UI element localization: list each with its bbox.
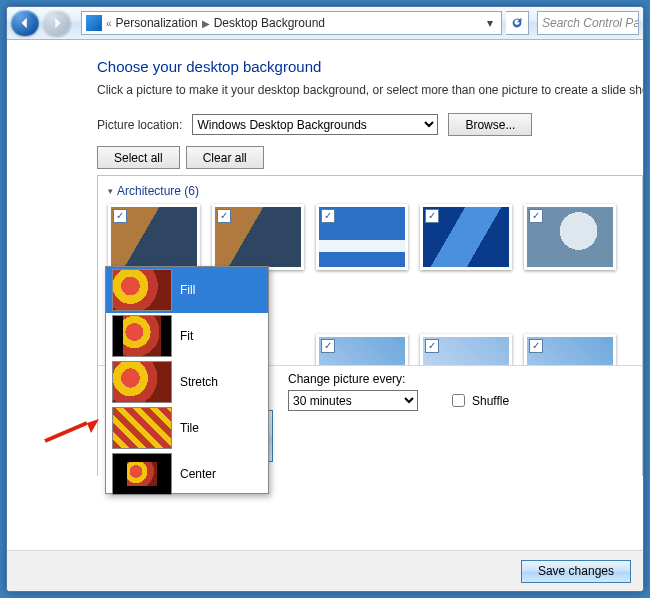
chevron-right-icon: ▶	[202, 18, 210, 29]
checkbox-checked-icon[interactable]: ✓	[113, 209, 127, 223]
address-dropdown-icon[interactable]: ▾	[483, 14, 497, 32]
checkbox-checked-icon[interactable]: ✓	[529, 209, 543, 223]
wallpaper-thumbnail[interactable]: ✓	[524, 204, 616, 270]
stretch-preview-icon	[112, 361, 172, 403]
option-label: Stretch	[180, 375, 218, 389]
clear-all-button[interactable]: Clear all	[186, 146, 264, 169]
position-option-fit[interactable]: Fit	[106, 313, 268, 359]
search-input[interactable]: Search Control Pa	[537, 11, 639, 35]
checkbox-checked-icon[interactable]: ✓	[425, 209, 439, 223]
arrow-right-icon	[50, 16, 64, 30]
group-header[interactable]: ▾ Architecture (6)	[108, 184, 632, 198]
forward-button	[43, 10, 71, 36]
chevron-left-icon: «	[106, 18, 112, 29]
refresh-button[interactable]	[506, 11, 529, 35]
back-button[interactable]	[11, 10, 39, 36]
collapse-icon: ▾	[108, 186, 113, 196]
center-preview-icon	[112, 453, 172, 495]
checkbox-checked-icon[interactable]: ✓	[321, 339, 335, 353]
checkbox-checked-icon[interactable]: ✓	[217, 209, 231, 223]
fit-preview-icon	[112, 315, 172, 357]
change-every-select[interactable]: 30 minutes	[288, 390, 418, 411]
arrow-left-icon	[18, 16, 32, 30]
breadcrumb[interactable]: « Personalization ▶ Desktop Background ▾	[81, 11, 502, 35]
picture-position-dropdown-list[interactable]: Fill Fit Stretch Tile Center	[105, 266, 269, 494]
select-all-button[interactable]: Select all	[97, 146, 180, 169]
shuffle-input[interactable]	[452, 394, 465, 407]
shuffle-checkbox[interactable]: Shuffle	[448, 391, 509, 410]
wallpaper-thumbnail[interactable]: ✓	[212, 204, 304, 270]
option-label: Fill	[180, 283, 195, 297]
shuffle-label: Shuffle	[472, 394, 509, 408]
picture-location-label: Picture location:	[97, 118, 182, 132]
page-subtitle: Click a picture to make it your desktop …	[97, 83, 643, 97]
browse-button[interactable]: Browse...	[448, 113, 532, 136]
group-title: Architecture (6)	[117, 184, 199, 198]
wallpaper-thumbnail[interactable]: ✓	[108, 204, 200, 270]
checkbox-checked-icon[interactable]: ✓	[425, 339, 439, 353]
fill-preview-icon	[112, 269, 172, 311]
control-panel-icon	[86, 15, 102, 31]
position-option-stretch[interactable]: Stretch	[106, 359, 268, 405]
picture-location-select[interactable]: Windows Desktop Backgrounds	[192, 114, 438, 135]
tile-preview-icon	[112, 407, 172, 449]
checkbox-checked-icon[interactable]: ✓	[529, 339, 543, 353]
wallpaper-thumbnail[interactable]: ✓	[316, 204, 408, 270]
content-area: Choose your desktop background Click a p…	[7, 40, 643, 550]
refresh-icon	[510, 16, 524, 30]
option-label: Center	[180, 467, 216, 481]
breadcrumb-current[interactable]: Desktop Background	[214, 16, 325, 30]
option-label: Tile	[180, 421, 199, 435]
wallpaper-thumbnail[interactable]: ✓	[420, 204, 512, 270]
page-title: Choose your desktop background	[97, 58, 643, 75]
checkbox-checked-icon[interactable]: ✓	[321, 209, 335, 223]
position-option-center[interactable]: Center	[106, 451, 268, 497]
position-option-fill[interactable]: Fill	[106, 267, 268, 313]
option-label: Fit	[180, 329, 193, 343]
annotation-arrow-icon	[43, 409, 107, 450]
change-every-label: Change picture every:	[288, 372, 509, 386]
dialog-footer: Save changes	[7, 550, 643, 591]
breadcrumb-parent[interactable]: Personalization	[116, 16, 198, 30]
save-changes-button[interactable]: Save changes	[521, 560, 631, 583]
address-bar: « Personalization ▶ Desktop Background ▾…	[7, 7, 643, 40]
position-option-tile[interactable]: Tile	[106, 405, 268, 451]
